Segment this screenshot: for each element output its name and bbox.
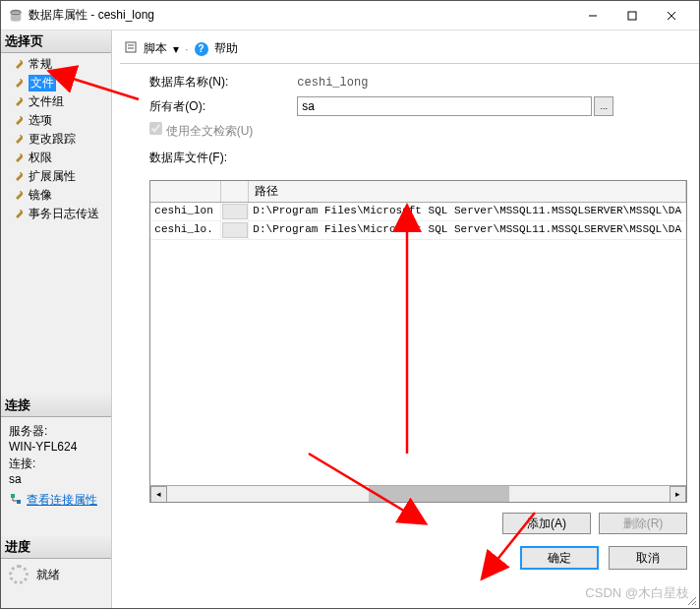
wrench-icon xyxy=(13,96,25,108)
wrench-icon xyxy=(13,190,25,202)
wrench-icon xyxy=(13,78,25,90)
delete-button: 删除(R) xyxy=(599,513,687,534)
help-link[interactable]: 帮助 xyxy=(214,40,238,57)
sidebar-item-mirroring[interactable]: 镜像 xyxy=(1,186,111,205)
script-icon xyxy=(124,40,138,57)
sidebar-item-label: 事务日志传送 xyxy=(29,206,99,222)
sidebar-item-label: 常规 xyxy=(29,56,52,73)
spinner-icon xyxy=(9,565,29,584)
db-files-label: 数据库文件(F): xyxy=(149,150,227,166)
svg-rect-6 xyxy=(11,494,15,498)
scroll-track[interactable] xyxy=(167,486,670,503)
sidebar-item-logshipping[interactable]: 事务日志传送 xyxy=(1,205,111,223)
row-button[interactable] xyxy=(222,222,248,238)
connection-label: 连接: xyxy=(9,456,103,472)
table-row[interactable]: ceshi_lon D:\Program Files\Microsoft SQL… xyxy=(150,203,686,221)
sidebar-item-label: 镜像 xyxy=(29,187,52,204)
progress-header: 进度 xyxy=(1,536,111,559)
grid-header: 路径 xyxy=(150,181,686,203)
server-value: WIN-YFL624 xyxy=(9,440,103,454)
window-title: 数据库属性 - ceshi_long xyxy=(29,7,573,24)
db-name-value: ceshi_long xyxy=(297,76,687,90)
owner-input[interactable] xyxy=(297,96,592,116)
sidebar-item-label: 权限 xyxy=(29,150,52,166)
sidebar-item-filegroups[interactable]: 文件组 xyxy=(1,92,111,111)
view-connection-link[interactable]: 查看连接属性 xyxy=(27,492,97,509)
sidebar-item-label: 文件 xyxy=(29,75,56,91)
horizontal-scrollbar[interactable]: ◂ ▸ xyxy=(150,485,686,502)
svg-line-18 xyxy=(695,604,696,605)
owner-label: 所有者(O): xyxy=(149,98,297,115)
sidebar-item-label: 选项 xyxy=(29,112,52,129)
sidebar: 选择页 常规 文件 文件组 选项 更改跟踪 权限 扩展属性 镜像 事务日志传送 … xyxy=(1,30,112,608)
close-button[interactable] xyxy=(652,1,691,30)
sidebar-item-extprops[interactable]: 扩展属性 xyxy=(1,167,111,186)
connection-header: 连接 xyxy=(1,395,111,417)
row-button[interactable] xyxy=(222,204,248,219)
fulltext-checkbox xyxy=(149,122,162,135)
sidebar-item-files[interactable]: 文件 xyxy=(1,74,111,92)
sidebar-item-options[interactable]: 选项 xyxy=(1,111,111,130)
script-dropdown[interactable]: 脚本 xyxy=(144,40,167,57)
file-path-cell: D:\Program Files\Microsoft SQL Server\MS… xyxy=(249,221,686,239)
scroll-thumb[interactable] xyxy=(369,486,509,503)
select-page-header: 选择页 xyxy=(1,30,111,53)
sidebar-item-changetracking[interactable]: 更改跟踪 xyxy=(1,130,111,149)
scroll-left-icon[interactable]: ◂ xyxy=(150,486,167,503)
connection-info: 服务器: WIN-YFL624 连接: sa 查看连接属性 xyxy=(1,417,111,513)
sidebar-item-label: 文件组 xyxy=(29,93,64,110)
maximize-button[interactable] xyxy=(612,1,652,30)
resize-grip[interactable] xyxy=(685,594,697,606)
ok-button[interactable]: 确定 xyxy=(520,546,599,570)
wrench-icon xyxy=(13,59,25,71)
db-name-label: 数据库名称(N): xyxy=(149,74,297,91)
wrench-icon xyxy=(13,115,25,127)
svg-line-16 xyxy=(688,597,696,605)
help-icon: ? xyxy=(195,42,208,56)
minimize-button[interactable] xyxy=(573,1,612,30)
app-icon xyxy=(9,9,23,23)
connection-value: sa xyxy=(9,472,103,486)
title-bar: 数据库属性 - ceshi_long xyxy=(1,1,699,30)
files-grid[interactable]: 路径 ceshi_lon D:\Program Files\Microsoft … xyxy=(149,180,687,503)
sidebar-item-permissions[interactable]: 权限 xyxy=(1,149,111,167)
sidebar-item-label: 更改跟踪 xyxy=(29,131,76,148)
svg-rect-3 xyxy=(628,12,636,20)
toolbar: 脚本 ▾ · ? 帮助 xyxy=(120,38,699,64)
wrench-icon xyxy=(13,134,25,146)
browse-owner-button[interactable]: ... xyxy=(594,96,613,116)
svg-rect-8 xyxy=(126,42,136,52)
progress-status: 就绪 xyxy=(36,567,60,583)
dialog-window: 数据库属性 - ceshi_long 选择页 常规 文件 文件组 选项 更改跟踪… xyxy=(0,0,700,609)
col-path[interactable]: 路径 xyxy=(249,181,686,202)
sidebar-item-label: 扩展属性 xyxy=(29,168,76,185)
file-path-cell: D:\Program Files\Microsoft SQL Server\MS… xyxy=(249,203,686,220)
dropdown-arrow-icon[interactable]: ▾ xyxy=(173,42,179,56)
main-panel: 脚本 ▾ · ? 帮助 数据库名称(N): ceshi_long 所有者(O):… xyxy=(112,30,699,608)
fulltext-checkbox-label: 使用全文检索(U) xyxy=(149,122,253,140)
wrench-icon xyxy=(13,152,25,164)
sidebar-item-general[interactable]: 常规 xyxy=(1,55,111,74)
cancel-button[interactable]: 取消 xyxy=(609,546,687,570)
wrench-icon xyxy=(13,209,25,220)
progress-status-row: 就绪 xyxy=(1,559,111,590)
page-list: 常规 文件 文件组 选项 更改跟踪 权限 扩展属性 镜像 事务日志传送 xyxy=(1,53,111,225)
file-name-cell: ceshi_lon xyxy=(150,203,221,220)
add-button[interactable]: 添加(A) xyxy=(502,513,591,534)
scroll-right-icon[interactable]: ▸ xyxy=(670,486,686,503)
link-icon xyxy=(9,493,23,508)
svg-rect-7 xyxy=(17,500,21,504)
table-row[interactable]: ceshi_lo. D:\Program Files\Microsoft SQL… xyxy=(150,221,686,240)
server-label: 服务器: xyxy=(9,423,103,440)
file-name-cell: ceshi_lo. xyxy=(150,221,221,239)
wrench-icon xyxy=(13,171,25,183)
